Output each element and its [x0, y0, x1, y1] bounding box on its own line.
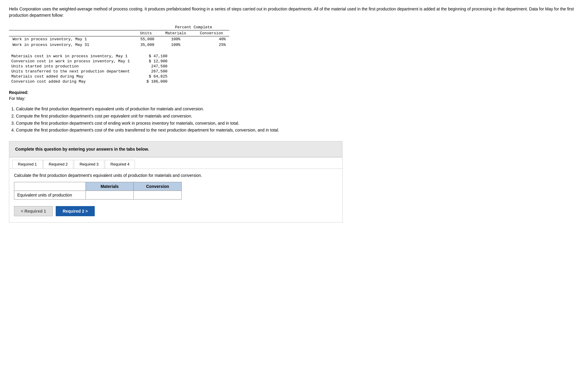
materials-col-header: Materials [158, 30, 194, 36]
info-row: Materials cost in work in process invent… [9, 54, 170, 59]
tab-required-4[interactable]: Required 4 [105, 160, 135, 169]
tab-description: Calculate the first production departmen… [14, 173, 337, 178]
next-button[interactable]: Required 2 > [56, 206, 94, 216]
row-1-conversion: 40% [194, 36, 229, 42]
conversion-col-header: Conversion [194, 30, 229, 36]
info-value-3: 267,500 [134, 69, 170, 74]
list-item-4: 4. Compute the first production departme… [11, 127, 579, 134]
list-item-3: 3. Compute the first production departme… [11, 120, 579, 127]
row-2-conversion: 25% [194, 42, 229, 48]
info-row: Units started into production 247,500 [9, 64, 170, 69]
empty-header [9, 24, 134, 30]
for-may-label: For May: [9, 96, 579, 101]
info-value-0: $ 47,100 [134, 54, 170, 59]
materials-input-cell[interactable] [86, 191, 134, 200]
tab-required-2[interactable]: Required 2 [43, 160, 74, 169]
info-row: Units transferred to the next production… [9, 69, 170, 74]
complete-box-text: Complete this question by entering your … [15, 147, 149, 152]
info-value-4: $ 64,825 [134, 74, 170, 79]
answer-table-row: Equivalent units of production [14, 191, 182, 200]
info-label-3: Units transferred to the next production… [9, 69, 134, 74]
row-1-units: 55,000 [134, 36, 158, 42]
info-table: Materials cost in work in process invent… [9, 54, 170, 84]
tabs-container: Required 1 Required 2 Required 3 Require… [9, 157, 343, 222]
info-label-5: Conversion cost added during May [9, 79, 134, 84]
tab-content: Calculate the first production departmen… [9, 169, 342, 222]
answer-row-label: Equivalent units of production [14, 191, 86, 200]
row-2-materials: 100% [158, 42, 194, 48]
data-table: Percent Complete Units Materials Convers… [9, 24, 229, 48]
info-row: Materials cost added during May $ 64,825 [9, 74, 170, 79]
info-label-0: Materials cost in work in process invent… [9, 54, 134, 59]
complete-box: Complete this question by entering your … [9, 141, 343, 157]
intro-text: Helix Corporation uses the weighted-aver… [9, 6, 575, 18]
list-item-1: 1. Calculate the first production depart… [11, 106, 579, 113]
conversion-input[interactable] [137, 193, 178, 197]
tab-required-3[interactable]: Required 3 [74, 160, 104, 169]
tab-required-1[interactable]: Required 1 [12, 160, 43, 169]
prev-button[interactable]: < Required 1 [14, 206, 53, 216]
info-value-2: 247,500 [134, 64, 170, 69]
info-row: Conversion cost added during May $ 186,0… [9, 79, 170, 84]
row-1-materials: 100% [158, 36, 194, 42]
info-row: Conversion cost in work in process inven… [9, 59, 170, 64]
tabs-row: Required 1 Required 2 Required 3 Require… [9, 157, 342, 169]
conversion-input-cell[interactable] [134, 191, 182, 200]
row-2-label: Work in process inventory, May 31 [9, 42, 134, 48]
table-row: Work in process inventory, May 31 35,000… [9, 42, 229, 48]
info-value-1: $ 12,900 [134, 59, 170, 64]
required-heading: Required: [9, 90, 579, 95]
materials-input[interactable] [89, 193, 130, 197]
col-label-header [9, 30, 134, 36]
info-block: Materials cost in work in process invent… [9, 54, 579, 84]
answer-table: Materials Conversion Equivalent units of… [14, 182, 182, 200]
info-label-1: Conversion cost in work in process inven… [9, 59, 134, 64]
units-header [134, 24, 158, 30]
answer-table-materials-header: Materials [86, 182, 134, 191]
percent-complete-header: Percent Complete [158, 24, 229, 30]
data-table-section: Percent Complete Units Materials Convers… [9, 24, 579, 48]
info-label-2: Units started into production [9, 64, 134, 69]
nav-buttons: < Required 1 Required 2 > [14, 204, 337, 218]
table-row: Work in process inventory, May 1 55,000 … [9, 36, 229, 42]
row-1-label: Work in process inventory, May 1 [9, 36, 134, 42]
info-label-4: Materials cost added during May [9, 74, 134, 79]
numbered-list: 1. Calculate the first production depart… [9, 106, 579, 134]
row-2-units: 35,000 [134, 42, 158, 48]
list-item-2: 2. Compute the first production departme… [11, 113, 579, 120]
answer-table-empty-header [14, 182, 86, 191]
units-col-header: Units [134, 30, 158, 36]
info-value-5: $ 186,000 [134, 79, 170, 84]
answer-table-conversion-header: Conversion [134, 182, 182, 191]
